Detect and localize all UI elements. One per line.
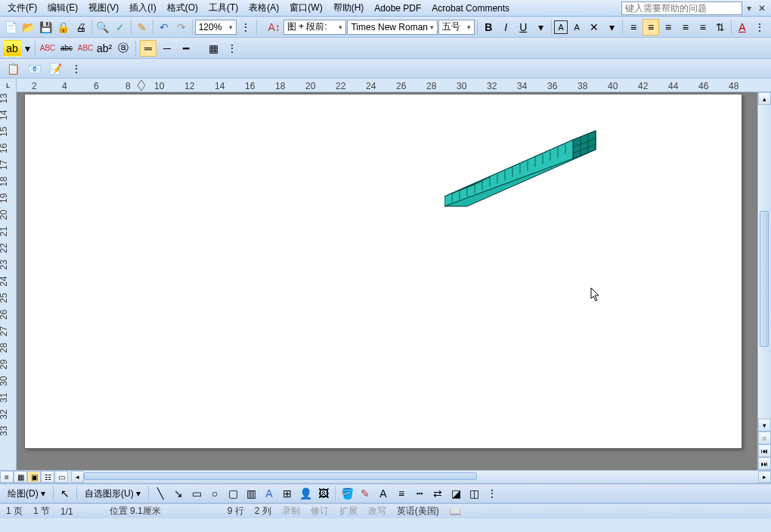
align-justify-button[interactable]: ≡ [677, 19, 694, 36]
menu-format[interactable]: 格式(O) [163, 0, 203, 16]
toolbar-options-2[interactable]: ⋮ [751, 19, 768, 36]
toolbar-options-button[interactable]: ⋮ [237, 19, 254, 36]
draw-toolbar-options[interactable]: ⋮ [484, 485, 500, 502]
shadow-button[interactable]: ◪ [447, 485, 464, 502]
spelling2-button[interactable]: ABC [39, 40, 56, 57]
status-revision[interactable]: 修订 [311, 505, 329, 518]
reading-view-button[interactable]: ▭ [54, 471, 68, 483]
vertical-ruler[interactable]: 13141516 17181920 21222324 25262728 2930… [0, 92, 17, 470]
status-extend[interactable]: 扩展 [339, 505, 358, 518]
word-count-button[interactable]: abc [58, 40, 75, 57]
browse-object-button[interactable]: ○ [758, 431, 771, 444]
rectangle-tool-button[interactable]: ▭ [188, 485, 205, 502]
help-search-input[interactable] [621, 2, 742, 15]
zoom-combo[interactable]: 120%▾ [195, 20, 237, 35]
line-tool-button[interactable]: ╲ [152, 485, 169, 502]
border-thin-button[interactable]: ─ [159, 40, 175, 57]
highlight-button[interactable]: ab [3, 40, 21, 57]
underline-button[interactable]: U [515, 19, 531, 36]
font-effects-button[interactable]: ▾ [532, 19, 549, 36]
vscroll-track[interactable] [758, 105, 771, 419]
font-size-combo[interactable]: 五号▾ [438, 20, 475, 35]
document-page[interactable] [24, 94, 742, 449]
wordart-button[interactable]: A [261, 485, 277, 502]
styles-pane-button[interactable]: A↕ [266, 19, 283, 36]
print-button[interactable]: 🖨 [73, 19, 89, 36]
status-spellcheck-icon[interactable]: 📖 [450, 506, 461, 517]
char-shading-button[interactable]: A [568, 19, 585, 36]
char-border-button[interactable]: A [554, 20, 568, 34]
char-scale-button[interactable]: ✕ [586, 19, 602, 36]
select-objects-button[interactable]: ↖ [57, 485, 73, 502]
permission-button[interactable]: 🔒 [55, 19, 72, 36]
line-style-button[interactable]: ≡ [393, 485, 410, 502]
web-view-button[interactable]: ▦ [14, 471, 27, 483]
hscroll-thumb[interactable] [84, 472, 477, 480]
normal-view-button[interactable]: ≡ [0, 471, 14, 483]
border-med-button[interactable]: ━ [178, 40, 194, 57]
scroll-down-button[interactable]: ▾ [758, 419, 771, 431]
pdf-convert-button[interactable]: 📋 [5, 60, 21, 77]
3d-button[interactable]: ◫ [466, 485, 482, 502]
scroll-right-button[interactable]: ▸ [758, 471, 771, 483]
spelling-button[interactable]: ✓ [112, 19, 128, 36]
diagram-button[interactable]: ⊞ [279, 485, 296, 502]
highlight-dropdown[interactable]: ▾ [23, 40, 31, 57]
picture-button[interactable]: 🖼 [315, 485, 332, 502]
menu-view[interactable]: 视图(V) [84, 0, 123, 16]
h-ruler-scale[interactable]: 2468 10121416 18202224 26283032 34363840… [17, 79, 771, 91]
align-left-button[interactable]: ≡ [625, 19, 642, 36]
vertical-textbox-button[interactable]: ▥ [243, 485, 259, 502]
menu-table[interactable]: 表格(A) [244, 0, 283, 16]
save-button[interactable]: 💾 [38, 19, 54, 36]
arrow-tool-button[interactable]: ↘ [170, 485, 187, 502]
menu-edit[interactable]: 编辑(E) [43, 0, 82, 16]
next-page-button[interactable]: ⏭ [758, 457, 771, 470]
outline-view-button[interactable]: ☷ [41, 471, 54, 483]
pdf-toolbar-options[interactable]: ⋮ [68, 60, 85, 77]
toolbar2-options[interactable]: ⋮ [224, 40, 240, 57]
style-combo[interactable]: 图 + 段前:▾ [283, 20, 347, 35]
prev-page-button[interactable]: ⏮ [758, 444, 771, 457]
horizontal-scrollbar[interactable]: ◂ ▸ [71, 471, 771, 483]
arrow-style-button[interactable]: ⇄ [429, 485, 446, 502]
font-color-draw-button[interactable]: A [375, 485, 392, 502]
vertical-scrollbar[interactable]: ▴ ▾ ○ ⏮ ⏭ [757, 92, 771, 470]
menu-help[interactable]: 帮助(H) [329, 0, 369, 16]
pdf-review-button[interactable]: 📝 [47, 60, 63, 77]
line-color-button[interactable]: ✎ [357, 485, 373, 502]
oval-tool-button[interactable]: ○ [206, 485, 223, 502]
align-center-button[interactable]: ≡ [642, 19, 659, 36]
dash-style-button[interactable]: ┅ [411, 485, 428, 502]
menu-adobe-pdf[interactable]: Adobe PDF [370, 2, 426, 15]
scroll-left-button[interactable]: ◂ [71, 471, 84, 483]
close-doc-button[interactable]: ✕ [756, 3, 768, 14]
border-none-button[interactable]: ═ [140, 40, 156, 57]
new-doc-button[interactable]: 📄 [3, 19, 20, 36]
pdf-email-button[interactable]: 📧 [26, 60, 42, 77]
font-color-button[interactable]: A [734, 19, 751, 36]
align-distribute-button[interactable]: ≡ [695, 19, 711, 36]
autoshapes-button[interactable]: 自选图形(U) ▾ [80, 486, 145, 502]
research-button[interactable]: ✎ [134, 19, 150, 36]
fill-color-button[interactable]: 🪣 [339, 485, 355, 502]
open-button[interactable]: 📂 [20, 19, 37, 36]
3d-beam-shape[interactable] [444, 125, 611, 208]
document-viewport[interactable] [17, 92, 757, 470]
status-language[interactable]: 英语(美国) [397, 505, 439, 518]
undo-button[interactable]: ↶ [156, 19, 172, 36]
indent-marker-icon[interactable] [136, 79, 147, 91]
menu-insert[interactable]: 插入(I) [125, 0, 160, 16]
print-layout-view-button[interactable]: ▣ [27, 471, 41, 483]
columns-button[interactable]: ▦ [205, 40, 221, 57]
combine-chars-button[interactable]: ab² [96, 40, 113, 57]
print-preview-button[interactable]: 🔍 [94, 19, 111, 36]
redo-button[interactable]: ↷ [173, 19, 190, 36]
menu-tools[interactable]: 工具(T) [204, 0, 243, 16]
bold-button[interactable]: B [480, 19, 497, 36]
phonetic-button[interactable]: ⓐ [115, 40, 132, 57]
help-dropdown-icon[interactable]: ▾ [744, 3, 754, 14]
status-overwrite[interactable]: 改写 [368, 505, 386, 518]
font-combo[interactable]: Times New Roman▾ [347, 20, 438, 35]
line-spacing-button[interactable]: ⇅ [712, 19, 729, 36]
